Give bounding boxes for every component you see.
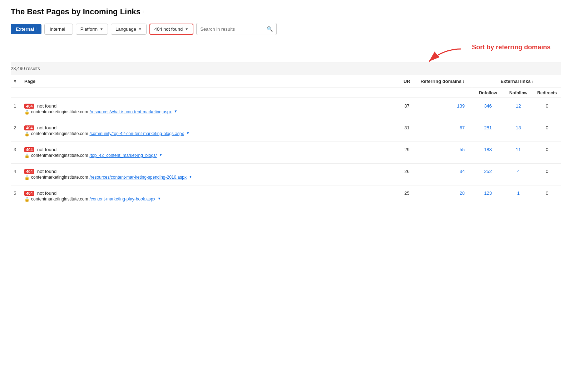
language-caret-icon: ▼ <box>138 27 142 31</box>
filter-404-caret-icon: ▼ <box>185 27 188 31</box>
search-container: 🔍 <box>196 23 277 35</box>
annotation-text: Sort by referring domains <box>472 44 551 51</box>
referring-label: Referring domains <box>420 79 462 84</box>
platform-dropdown[interactable]: Platform ▼ <box>76 24 108 35</box>
search-icon: 🔍 <box>267 26 273 32</box>
search-input[interactable] <box>200 26 265 32</box>
row-referring[interactable]: 34 <box>418 164 472 185</box>
url-dropdown-icon[interactable]: ▼ <box>158 197 161 200</box>
row-referring[interactable]: 67 <box>418 120 472 142</box>
url-base: contentmarketinginstitute.com <box>31 109 88 114</box>
filter-404-label: 404 not found <box>154 26 183 32</box>
row-page: 404 not found 🔒 contentmarketinginstitut… <box>21 185 396 207</box>
row-nofollow[interactable]: 1 <box>504 185 533 207</box>
external-links-label: External links <box>500 79 531 84</box>
results-table: # Page UR Referring domains ↓ External l… <box>11 75 561 207</box>
filter-404-dropdown[interactable]: 404 not found ▼ <box>149 24 193 35</box>
col-dofollow-header: Dofollow <box>472 88 504 98</box>
url-base: contentmarketinginstitute.com <box>31 153 88 158</box>
row-page: 404 not found 🔒 contentmarketinginstitut… <box>21 142 396 164</box>
lock-icon: 🔒 <box>24 175 30 180</box>
row-redirects: 0 <box>533 142 561 164</box>
row-page: 404 not found 🔒 contentmarketinginstitut… <box>21 164 396 185</box>
row-nofollow[interactable]: 4 <box>504 164 533 185</box>
language-dropdown[interactable]: Language ▼ <box>111 24 147 35</box>
col-redirects-header: Redirects <box>533 88 561 98</box>
table-row: 2 404 not found 🔒 contentmarketinginstit… <box>11 120 561 142</box>
status-badge: 404 <box>24 169 34 174</box>
row-page: 404 not found 🔒 contentmarketinginstitut… <box>21 98 396 120</box>
status-text: not found <box>37 169 56 174</box>
annotation-container: Sort by referring domains <box>11 41 561 62</box>
status-text: not found <box>37 125 56 130</box>
row-ur: 25 <box>396 185 418 207</box>
row-num: 4 <box>11 164 21 185</box>
status-text: not found <box>37 147 56 152</box>
row-dofollow[interactable]: 346 <box>472 98 504 120</box>
row-redirects: 0 <box>533 185 561 207</box>
url-path[interactable]: /content-marketing-play-book.aspx <box>89 197 155 202</box>
toolbar: External i Internal i Platform ▼ Languag… <box>11 23 561 35</box>
row-ur: 37 <box>396 98 418 120</box>
language-label: Language <box>115 26 136 32</box>
table-subheader-row: Dofollow Nofollow Redirects <box>11 88 561 98</box>
title-info-icon: i <box>143 9 144 14</box>
table-row: 5 404 not found 🔒 contentmarketinginstit… <box>11 185 561 207</box>
row-ur: 31 <box>396 120 418 142</box>
table-row: 4 404 not found 🔒 contentmarketinginstit… <box>11 164 561 185</box>
url-path[interactable]: /resources/content-mar-keting-spending-2… <box>89 175 186 180</box>
row-dofollow[interactable]: 123 <box>472 185 504 207</box>
col-referring-header[interactable]: Referring domains ↓ <box>418 75 472 88</box>
row-num: 5 <box>11 185 21 207</box>
page-title: The Best Pages by Incoming Links i <box>11 7 561 16</box>
lock-icon: 🔒 <box>24 197 30 202</box>
url-path[interactable]: /resources/what-is-con-tent-marketing.as… <box>89 109 172 114</box>
url-dropdown-icon[interactable]: ▼ <box>186 131 190 135</box>
status-text: not found <box>37 103 56 109</box>
row-ur: 26 <box>396 164 418 185</box>
url-dropdown-icon[interactable]: ▼ <box>189 175 192 179</box>
row-num: 3 <box>11 142 21 164</box>
url-path[interactable]: /top_42_content_market-ing_blogs/ <box>89 153 157 158</box>
internal-button[interactable]: Internal i <box>44 24 73 35</box>
row-nofollow[interactable]: 12 <box>504 98 533 120</box>
status-badge: 404 <box>24 125 34 130</box>
results-bar: 23,490 results <box>11 62 561 75</box>
internal-label: Internal <box>50 26 65 32</box>
url-path[interactable]: /community/top-42-con-tent-marketing-blo… <box>89 131 184 136</box>
row-dofollow[interactable]: 281 <box>472 120 504 142</box>
status-badge: 404 <box>24 147 34 152</box>
row-page: 404 not found 🔒 contentmarketinginstitut… <box>21 120 396 142</box>
table-header-row: # Page UR Referring domains ↓ External l… <box>11 75 561 88</box>
table-row: 3 404 not found 🔒 contentmarketinginstit… <box>11 142 561 164</box>
status-text: not found <box>37 190 56 196</box>
platform-caret-icon: ▼ <box>100 27 103 31</box>
col-page-header: Page <box>21 75 396 88</box>
url-base: contentmarketinginstitute.com <box>31 197 88 202</box>
row-redirects: 0 <box>533 120 561 142</box>
row-nofollow[interactable]: 11 <box>504 142 533 164</box>
url-dropdown-icon[interactable]: ▼ <box>159 153 163 157</box>
row-dofollow[interactable]: 252 <box>472 164 504 185</box>
col-nofollow-header: Nofollow <box>504 88 533 98</box>
status-badge: 404 <box>24 104 34 109</box>
lock-icon: 🔒 <box>24 132 30 137</box>
row-dofollow[interactable]: 188 <box>472 142 504 164</box>
page-title-text: The Best Pages by Incoming Links <box>11 7 140 16</box>
url-dropdown-icon[interactable]: ▼ <box>174 109 178 113</box>
status-badge: 404 <box>24 191 34 196</box>
lock-icon: 🔒 <box>24 153 30 158</box>
col-external-links-header: External links i <box>472 75 561 88</box>
row-referring[interactable]: 55 <box>418 142 472 164</box>
row-nofollow[interactable]: 13 <box>504 120 533 142</box>
row-redirects: 0 <box>533 98 561 120</box>
col-hash-header: # <box>11 75 21 88</box>
sort-down-icon: ↓ <box>462 79 465 84</box>
external-button[interactable]: External i <box>11 24 41 34</box>
external-label: External <box>16 26 34 32</box>
row-referring[interactable]: 139 <box>418 98 472 120</box>
row-referring[interactable]: 28 <box>418 185 472 207</box>
row-redirects: 0 <box>533 164 561 185</box>
platform-label: Platform <box>80 26 98 32</box>
row-num: 1 <box>11 98 21 120</box>
